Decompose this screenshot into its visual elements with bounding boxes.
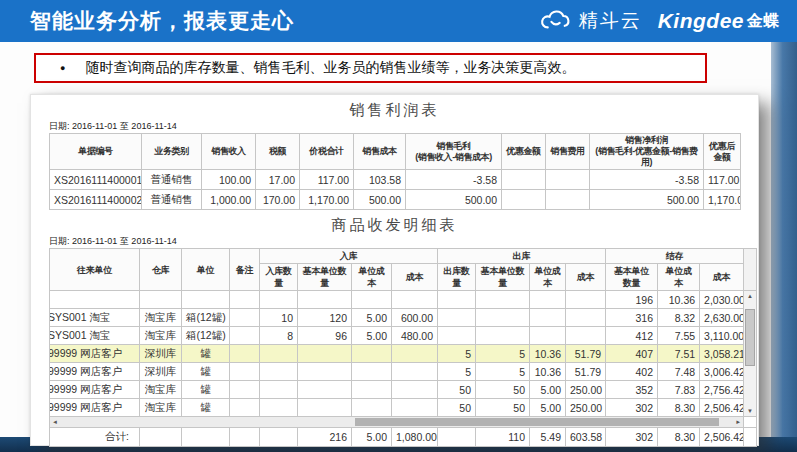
cell — [744, 428, 757, 447]
table-row: SYS001 淘宝淘宝库箱(12罐)101205.00600.003168.32… — [50, 309, 757, 327]
cell: XS2016111400002 — [50, 190, 142, 210]
header-cell: 单据编号 — [50, 134, 142, 170]
cell — [260, 345, 298, 363]
cell — [502, 190, 546, 210]
header-cell: 销售净利润 (销售毛利-优惠金额-销售费用) — [590, 134, 704, 170]
cell: 罐 — [182, 381, 230, 399]
cell: 117.00 — [704, 170, 741, 190]
cell — [352, 291, 392, 309]
cell — [438, 309, 476, 327]
cell — [140, 291, 182, 309]
cell: 316 — [606, 309, 658, 327]
cell: 99999 网店客户 — [50, 381, 140, 399]
table-row: XS2016111400001普通销售100.0017.00117.00103.… — [50, 170, 741, 190]
cell — [530, 291, 566, 309]
cell: XS2016111400001 — [50, 170, 142, 190]
cell: 250.00 — [566, 399, 606, 417]
cell: 110 — [476, 428, 530, 447]
cell — [352, 399, 392, 417]
cell — [438, 291, 476, 309]
scroll-down-icon[interactable]: ▼ — [744, 406, 756, 416]
cell: 196 — [606, 291, 658, 309]
h-scrollbar[interactable]: ◄► — [50, 417, 744, 428]
cell — [392, 399, 438, 417]
header-cell: 销售毛利 (销售收入-销售成本) — [406, 134, 502, 170]
cell: 412 — [606, 327, 658, 345]
scroll-left-icon[interactable]: ◄ — [52, 417, 58, 427]
v-scrollbar-track[interactable]: ▲▼ — [744, 291, 756, 416]
cell: 5 — [438, 345, 476, 363]
cell: 600.00 — [392, 309, 438, 327]
cell: 1,170.00 — [704, 190, 741, 210]
cell: 5.00 — [530, 399, 566, 417]
profit-report-date: 日期: 2016-11-01 至 2016-11-14 — [49, 121, 758, 131]
cell: 普通销售 — [142, 170, 202, 190]
cell: 2,506.42 — [700, 428, 744, 447]
cell: 99999 网店客户 — [50, 399, 140, 417]
cell: 10.36 — [530, 363, 566, 381]
cell — [260, 363, 298, 381]
cell — [476, 327, 530, 345]
cell: 10.36 — [530, 345, 566, 363]
callout-text: 随时查询商品的库存数量、销售毛利、业务员的销售业绩等，业务决策更高效。 — [85, 59, 575, 77]
cell — [744, 417, 757, 428]
header-cell: 单位成本 — [658, 264, 700, 291]
cell: 淘宝库 — [140, 327, 182, 345]
v-scrollbar-thumb[interactable] — [745, 309, 755, 366]
cell: 1,000.00 — [202, 190, 256, 210]
cell: 5.00 — [352, 428, 392, 447]
profit-report-title: 销售利润表 — [31, 101, 758, 118]
cell: 1,170.00 — [300, 190, 354, 210]
header-cell: 单位成本 — [530, 264, 566, 291]
cell: 2,506.42 — [700, 399, 744, 417]
h-scrollbar-thumb[interactable] — [355, 418, 719, 426]
total-label: 合计: — [50, 428, 140, 447]
cell: 352 — [606, 381, 658, 399]
cell: -3.58 — [590, 170, 704, 190]
profit-table: 单据编号业务类别销售收入税额价税合计销售成本销售毛利 (销售收入-销售成本)优惠… — [49, 133, 741, 210]
cell: 罐 — [182, 345, 230, 363]
cell — [298, 291, 352, 309]
cell — [260, 291, 298, 309]
table-row: 99999 网店客户淘宝库罐50505.00250.003527.832,756… — [50, 381, 757, 399]
scroll-up-icon[interactable]: ▲ — [744, 291, 756, 301]
header-cell: 业务类别 — [142, 134, 202, 170]
cell: 99999 网店客户 — [50, 363, 140, 381]
total-row: 合计:2165.001,080.001105.49603.583028.302,… — [50, 428, 757, 447]
cell: 7.48 — [658, 363, 700, 381]
cell: 5 — [438, 363, 476, 381]
cell — [392, 381, 438, 399]
h-scrollbar-track[interactable]: ◄► — [50, 417, 743, 427]
cell: 99999 网店客户 — [50, 345, 140, 363]
cell: 50 — [476, 381, 530, 399]
cell — [352, 363, 392, 381]
scroll-right-icon[interactable]: ► — [735, 417, 741, 427]
cell — [392, 363, 438, 381]
header-cell: 往来单位 — [50, 249, 140, 291]
brand-kingdee-en: Kingdee — [658, 9, 744, 33]
report-card: 销售利润表 日期: 2016-11-01 至 2016-11-14 单据编号业务… — [30, 94, 759, 446]
header-cell: 入库 — [260, 249, 438, 264]
cell — [392, 291, 438, 309]
cell: 51.79 — [566, 363, 606, 381]
cell: 7.83 — [658, 381, 700, 399]
v-scrollbar[interactable]: ▲▼ — [744, 291, 757, 417]
table-row: 19610.362,030.00▲▼ — [50, 291, 757, 309]
cell — [502, 170, 546, 190]
cell — [230, 381, 260, 399]
cell: 淘宝库 — [140, 399, 182, 417]
cell — [298, 345, 352, 363]
brand-logos: 精斗云 Kingdee 金蝶 — [539, 8, 779, 34]
cell: 5 — [476, 363, 530, 381]
cell — [566, 309, 606, 327]
cell — [230, 327, 260, 345]
detail-table: 往来单位仓库单位备注入库出库结存入库数量基本单位数量单位成本成本出库数量基本单位… — [49, 248, 757, 447]
cell: 216 — [298, 428, 352, 447]
cell: 8 — [260, 327, 298, 345]
cell: 302 — [606, 399, 658, 417]
header-cell: 价税合计 — [300, 134, 354, 170]
cell: 普通销售 — [142, 190, 202, 210]
cell: 淘宝库 — [140, 381, 182, 399]
cell — [546, 170, 590, 190]
cell — [230, 399, 260, 417]
